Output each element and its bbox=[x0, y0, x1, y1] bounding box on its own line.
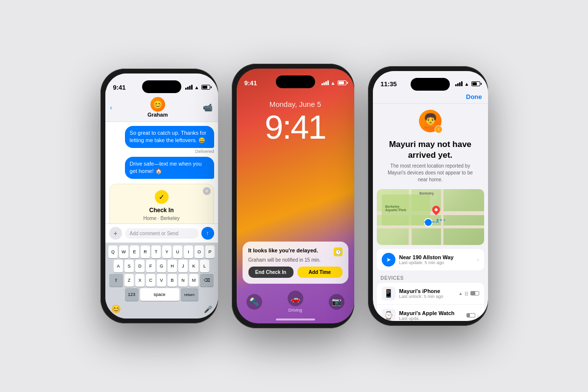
send-button[interactable]: ↑ bbox=[201, 227, 214, 240]
keyboard-row-1: Q W E R T Y U I O P bbox=[107, 245, 216, 258]
end-checkin-button[interactable]: End Check In bbox=[248, 267, 294, 278]
mic-icon[interactable]: 🎤 bbox=[204, 305, 212, 313]
shift-key[interactable]: ⇧ bbox=[109, 274, 123, 287]
location-name: Near 190 Allston Way bbox=[399, 254, 477, 260]
key-e[interactable]: E bbox=[130, 245, 139, 258]
status-time-3: 11:35 bbox=[381, 80, 397, 88]
checkin-destination: Home · Berkeley bbox=[116, 216, 208, 221]
key-w[interactable]: W bbox=[119, 245, 128, 258]
battery-icon-3 bbox=[471, 81, 480, 86]
status-icons-1: ▲ bbox=[185, 85, 210, 90]
key-c[interactable]: C bbox=[146, 274, 155, 287]
notif-icon: 🕐 bbox=[334, 247, 343, 256]
devices-section-label: DEVICES bbox=[373, 272, 488, 283]
key-a[interactable]: A bbox=[114, 260, 123, 272]
notif-subtitle: Graham will be notified in 15 min. bbox=[248, 257, 343, 263]
flashlight-button[interactable]: 🔦 bbox=[246, 294, 262, 310]
contact-name[interactable]: Graham bbox=[147, 112, 168, 118]
key-n[interactable]: N bbox=[178, 274, 188, 287]
trail-dots bbox=[437, 219, 445, 221]
warning-badge: ! bbox=[435, 125, 442, 133]
watch-icon: ⌚ bbox=[382, 309, 395, 321]
key-k[interactable]: K bbox=[189, 260, 198, 272]
phone-messages: 9:41 ▲ ‹ bbox=[100, 69, 218, 323]
watch-chevron-icon: › bbox=[477, 312, 479, 319]
driving-icon[interactable]: 🚗 bbox=[288, 291, 303, 306]
key-t[interactable]: T bbox=[151, 245, 161, 258]
city-label: Berkeley bbox=[419, 192, 434, 195]
delivered-label: Delivered bbox=[109, 149, 214, 154]
key-y[interactable]: Y bbox=[162, 245, 172, 258]
notif-title: It looks like you're delayed. bbox=[248, 247, 318, 253]
key-u[interactable]: U bbox=[173, 245, 182, 258]
wifi-icon-2: ▲ bbox=[331, 80, 336, 86]
park-label: BerkeleyAquatic Park bbox=[385, 205, 406, 212]
status-time-1: 9:41 bbox=[113, 84, 126, 91]
space-key[interactable]: space bbox=[140, 288, 179, 301]
keyboard-row-2: A S D F G H J K L bbox=[107, 260, 216, 272]
messages-header: ‹ 😊 Graham 📹 bbox=[105, 95, 218, 122]
alert-title: Mayuri may not have arrived yet. bbox=[373, 136, 488, 163]
devices-list: 📱 Mayuri's iPhone Last unlock: 5 min ago… bbox=[377, 283, 484, 321]
device-iphone[interactable]: 📱 Mayuri's iPhone Last unlock: 5 min ago… bbox=[377, 283, 484, 305]
emoji-icon[interactable]: 😊 bbox=[111, 304, 121, 314]
key-s[interactable]: S bbox=[124, 260, 134, 272]
key-m[interactable]: M bbox=[189, 274, 198, 287]
phone-lockscreen: 9:41 ▲ Monday, June 5 bbox=[232, 64, 354, 328]
map-background: BerkeleyAquatic Park Berkele bbox=[377, 189, 484, 245]
key-b[interactable]: B bbox=[168, 274, 177, 287]
key-q[interactable]: Q bbox=[108, 245, 118, 258]
alert-avatar-area: 🧑‍🦱 ! bbox=[373, 104, 488, 136]
driving-mode: 🚗 Driving bbox=[288, 291, 303, 313]
dynamic-island-1 bbox=[142, 80, 181, 93]
location-map[interactable]: BerkeleyAquatic Park Berkele bbox=[377, 189, 484, 245]
back-button[interactable]: ‹ bbox=[110, 104, 112, 111]
key-z[interactable]: Z bbox=[124, 274, 134, 287]
key-d[interactable]: D bbox=[135, 260, 145, 272]
key-j[interactable]: J bbox=[178, 260, 188, 272]
memoji-avatar: 🧑‍🦱 ! bbox=[419, 110, 441, 132]
done-button[interactable]: Done bbox=[379, 93, 482, 100]
key-f[interactable]: F bbox=[146, 260, 155, 272]
findmy-header: Done bbox=[373, 91, 488, 104]
wifi-status-icon: ▲ bbox=[459, 291, 463, 296]
keyboard: Q W E R T Y U I O P A S D F G H bbox=[105, 243, 218, 318]
chevron-right-icon: › bbox=[477, 256, 479, 263]
iphone-status: ▲ ||| bbox=[459, 291, 479, 296]
message-input[interactable]: Add comment or Send bbox=[125, 228, 198, 239]
wifi-icon-3: ▲ bbox=[465, 81, 469, 87]
iphone-info: Mayuri's iPhone Last unlock: 5 min ago bbox=[399, 288, 459, 299]
watch-name: Mayuri's Apple Watch bbox=[399, 310, 466, 316]
key-x[interactable]: X bbox=[135, 274, 145, 287]
key-p[interactable]: P bbox=[205, 245, 215, 258]
add-button[interactable]: + bbox=[109, 227, 122, 240]
status-time-2: 9:41 bbox=[245, 79, 257, 87]
return-key[interactable]: return bbox=[181, 288, 198, 301]
location-text: Near 190 Allston Way Last update: 5 min … bbox=[399, 254, 477, 265]
delete-key[interactable]: ⌫ bbox=[200, 274, 214, 287]
key-l[interactable]: L bbox=[200, 260, 209, 272]
key-g[interactable]: G bbox=[157, 260, 166, 272]
device-watch[interactable]: ⌚ Mayuri's Apple Watch Last upda... › bbox=[377, 305, 484, 321]
checkin-close-button[interactable]: ✕ bbox=[203, 187, 211, 195]
location-icon: ➤ bbox=[382, 253, 395, 267]
check-in-card: ✕ ✓ Check In Home · Berkeley Around 11:0… bbox=[109, 184, 214, 223]
location-trail bbox=[424, 221, 439, 222]
key-i[interactable]: I bbox=[184, 245, 193, 258]
key-h[interactable]: H bbox=[168, 260, 177, 272]
key-v[interactable]: V bbox=[157, 274, 166, 287]
key-r[interactable]: R bbox=[141, 245, 150, 258]
video-call-button[interactable]: 📹 bbox=[203, 103, 213, 112]
camera-button[interactable]: 📷 bbox=[329, 294, 344, 310]
location-row[interactable]: ➤ Near 190 Allston Way Last update: 5 mi… bbox=[377, 249, 484, 270]
signal-icon-1 bbox=[185, 85, 193, 90]
status-icons-2: ▲ bbox=[321, 80, 346, 86]
watch-update: Last upda... bbox=[399, 316, 466, 321]
add-time-button[interactable]: Add Time bbox=[297, 267, 343, 278]
home-bar-2 bbox=[276, 318, 315, 320]
key-o[interactable]: O bbox=[195, 245, 204, 258]
watch-status: › bbox=[466, 312, 479, 319]
keyboard-row-4: 123 space return bbox=[107, 288, 216, 301]
numbers-key[interactable]: 123 bbox=[125, 288, 139, 301]
signal-status-icon: ||| bbox=[465, 291, 468, 296]
